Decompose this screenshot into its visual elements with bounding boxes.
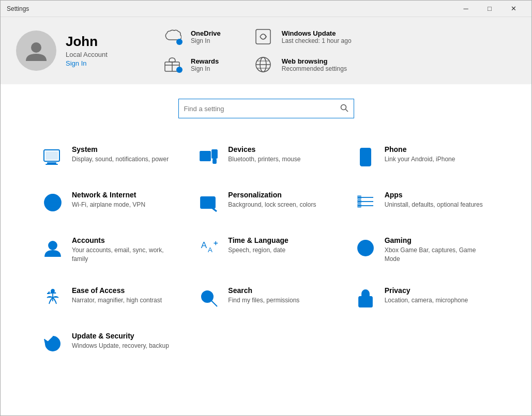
avatar — [16, 30, 56, 71]
rewards-name: Rewards — [191, 57, 219, 65]
window-controls: ─ □ ✕ — [454, 1, 525, 17]
svg-point-47 — [202, 291, 213, 302]
svg-rect-14 — [45, 151, 58, 160]
settings-item-gaming[interactable]: Gaming Xbox Game Bar, captures, Game Mod… — [344, 225, 500, 275]
accounts-title: Accounts — [72, 236, 175, 244]
devices-desc: Bluetooth, printers, mouse — [228, 155, 300, 164]
onedrive-text: OneDrive Sign In — [191, 29, 221, 44]
apps-text: Apps Uninstall, defaults, optional featu… — [385, 191, 483, 209]
time-text: Time & Language Speech, region, date — [228, 236, 288, 255]
maximize-button[interactable]: □ — [478, 1, 501, 17]
svg-rect-35 — [358, 200, 361, 203]
rewards-icon-wrap — [161, 55, 184, 74]
search-area — [1, 84, 531, 129]
svg-rect-34 — [358, 196, 361, 199]
web-browsing-text: Web browsing Recommended settings — [282, 57, 347, 72]
ease-desc: Narrator, magnifier, high contrast — [72, 296, 162, 305]
svg-rect-15 — [200, 151, 210, 161]
svg-rect-13 — [45, 164, 58, 165]
privacy-icon — [355, 287, 376, 309]
gaming-title: Gaming — [385, 236, 488, 244]
gaming-icon — [355, 237, 376, 259]
windows-update-icon-wrap — [252, 27, 275, 46]
personalization-desc: Background, lock screen, colors — [228, 201, 316, 209]
settings-item-personalization[interactable]: Personalization Background, lock screen,… — [188, 179, 344, 225]
service-group-right: Windows Update Last checked: 1 hour ago — [252, 27, 352, 74]
svg-point-41 — [362, 245, 369, 251]
time-desc: Speech, region, date — [228, 246, 288, 255]
network-title: Network & Internet — [72, 191, 145, 199]
rewards-text: Rewards Sign In — [191, 57, 219, 72]
phone-icon — [355, 146, 376, 168]
web-browsing-service[interactable]: Web browsing Recommended settings — [252, 55, 352, 74]
personalization-text: Personalization Background, lock screen,… — [228, 191, 316, 209]
svg-line-10 — [345, 109, 348, 112]
settings-item-privacy[interactable]: Privacy Location, camera, microphone — [344, 275, 500, 320]
settings-item-accounts[interactable]: Accounts Your accounts, email, sync, wor… — [32, 225, 188, 275]
onedrive-sub: Sign In — [191, 37, 221, 44]
web-browsing-sub: Recommended settings — [282, 65, 347, 72]
svg-point-50 — [364, 300, 367, 303]
apps-title: Apps — [385, 191, 483, 199]
svg-rect-16 — [212, 150, 217, 158]
app-title: Settings — [7, 5, 29, 12]
privacy-title: Privacy — [385, 286, 468, 295]
personalization-title: Personalization — [228, 191, 316, 199]
network-text: Network & Internet Wi-Fi, airplane mode,… — [72, 191, 145, 209]
windows-update-icon — [254, 27, 272, 46]
privacy-desc: Location, camera, microphone — [385, 296, 468, 305]
settings-item-apps[interactable]: Apps Uninstall, defaults, optional featu… — [344, 179, 500, 225]
user-name: John — [66, 34, 108, 50]
system-text: System Display, sound, notifications, po… — [72, 145, 169, 164]
rewards-service[interactable]: Rewards Sign In — [161, 55, 221, 74]
devices-text: Devices Bluetooth, printers, mouse — [228, 145, 300, 164]
system-desc: Display, sound, notifications, power — [72, 155, 169, 164]
settings-grid: System Display, sound, notifications, po… — [1, 129, 531, 371]
svg-text:A: A — [208, 246, 212, 254]
system-title: System — [72, 145, 169, 153]
svg-text:A: A — [201, 240, 207, 250]
search-settings-title: Search — [228, 286, 299, 295]
svg-rect-3 — [256, 29, 270, 44]
person-icon — [24, 38, 49, 63]
phone-title: Phone — [385, 145, 455, 153]
onedrive-icon-wrap — [161, 27, 184, 46]
svg-point-9 — [341, 104, 346, 110]
update-title: Update & Security — [72, 332, 169, 340]
svg-rect-36 — [358, 204, 361, 207]
time-title: Time & Language — [228, 236, 288, 244]
svg-point-37 — [49, 241, 57, 250]
sign-in-link[interactable]: Sign In — [66, 59, 86, 67]
web-browsing-icon — [254, 55, 272, 74]
service-group-left: OneDrive Sign In Rewards Sig — [161, 27, 221, 74]
close-button[interactable]: ✕ — [501, 1, 525, 17]
settings-item-time[interactable]: A A Time & Language Speech, region, date — [188, 225, 344, 275]
svg-point-20 — [364, 163, 367, 165]
settings-item-update[interactable]: Update & Security Windows Update, recove… — [32, 320, 188, 366]
svg-rect-12 — [47, 162, 56, 164]
rewards-dot — [176, 67, 183, 73]
update-icon — [42, 333, 64, 355]
settings-item-network[interactable]: Network & Internet Wi-Fi, airplane mode,… — [32, 179, 188, 225]
header-section: John Local Account Sign In OneDrive Sign… — [1, 17, 531, 84]
settings-item-phone[interactable]: Phone Link your Android, iPhone — [344, 134, 500, 179]
settings-item-system[interactable]: System Display, sound, notifications, po… — [32, 134, 188, 179]
network-desc: Wi-Fi, airplane mode, VPN — [72, 201, 145, 209]
windows-update-service[interactable]: Windows Update Last checked: 1 hour ago — [252, 27, 352, 46]
search-input[interactable] — [184, 105, 340, 113]
windows-update-sub: Last checked: 1 hour ago — [282, 37, 352, 44]
web-browsing-icon-wrap — [252, 55, 275, 74]
header-services: OneDrive Sign In Rewards Sig — [161, 27, 516, 74]
phone-desc: Link your Android, iPhone — [385, 155, 455, 164]
svg-point-0 — [31, 42, 41, 53]
search-settings-text: Search Find my files, permissions — [228, 286, 299, 305]
update-desc: Windows Update, recovery, backup — [72, 342, 169, 350]
minimize-button[interactable]: ─ — [454, 1, 478, 17]
web-browsing-name: Web browsing — [282, 57, 347, 65]
settings-item-ease[interactable]: Ease of Access Narrator, magnifier, high… — [32, 275, 188, 320]
onedrive-service[interactable]: OneDrive Sign In — [161, 27, 221, 46]
settings-item-search[interactable]: Search Find my files, permissions — [188, 275, 344, 320]
settings-item-devices[interactable]: Devices Bluetooth, printers, mouse — [188, 134, 344, 179]
devices-icon — [198, 146, 220, 168]
title-bar: Settings ─ □ ✕ — [1, 1, 531, 17]
